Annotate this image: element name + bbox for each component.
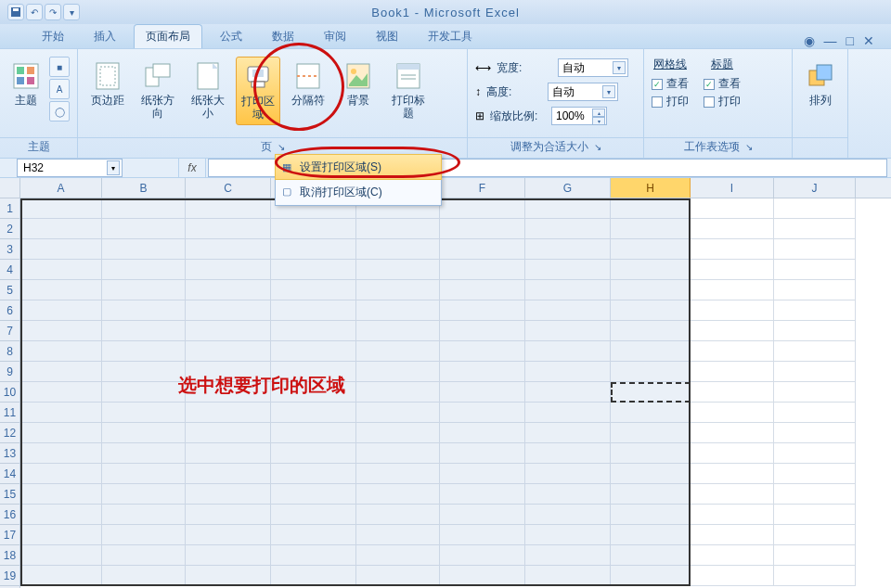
gridlines-view-checkbox[interactable]: ✓查看 bbox=[652, 76, 689, 92]
arrange-icon bbox=[805, 60, 836, 92]
column-header-B[interactable]: B bbox=[102, 178, 186, 198]
column-headers: ABCDEFGHIJ bbox=[20, 178, 891, 198]
tab-developer[interactable]: 开发工具 bbox=[416, 24, 484, 48]
row-header-8[interactable]: 8 bbox=[0, 341, 19, 362]
width-icon: ⟷ bbox=[475, 61, 491, 74]
arrange-button[interactable]: 排列 bbox=[800, 57, 840, 110]
clear-print-area-label: 取消打印区域(C) bbox=[300, 185, 382, 200]
group-page-setup: 页边距 纸张方向 纸张大小 打印区域 分隔符 背景 bbox=[78, 49, 468, 158]
print-area-dropdown: ▦ 设置打印区域(S) ▢ 取消打印区域(C) bbox=[275, 154, 442, 206]
background-button[interactable]: 背景 bbox=[336, 57, 381, 110]
row-header-19[interactable]: 19 bbox=[0, 566, 19, 586]
window-controls: ◉ — □ ✕ bbox=[804, 33, 891, 48]
row-header-17[interactable]: 17 bbox=[0, 525, 19, 545]
width-label: 宽度: bbox=[497, 60, 552, 76]
name-box[interactable]: H32 ▾ bbox=[17, 159, 123, 177]
height-combo[interactable]: 自动▾ bbox=[548, 83, 618, 101]
row-header-9[interactable]: 9 bbox=[0, 362, 19, 382]
restore-icon[interactable]: □ bbox=[846, 33, 854, 48]
scale-dialog-launcher[interactable]: ↘ bbox=[594, 142, 601, 152]
tab-insert[interactable]: 插入 bbox=[82, 24, 128, 48]
breaks-button[interactable]: 分隔符 bbox=[286, 57, 330, 110]
row-header-4[interactable]: 4 bbox=[0, 260, 19, 280]
tab-data[interactable]: 数据 bbox=[260, 24, 306, 48]
row-header-1[interactable]: 1 bbox=[0, 198, 19, 219]
window-title: Book1 - Microsoft Excel bbox=[371, 6, 520, 19]
row-header-6[interactable]: 6 bbox=[0, 300, 19, 321]
row-header-5[interactable]: 5 bbox=[0, 280, 19, 300]
group-arrange: 排列 bbox=[793, 49, 848, 158]
fx-button[interactable]: fx bbox=[178, 159, 206, 177]
row-header-2[interactable]: 2 bbox=[0, 219, 19, 239]
spin-down-icon[interactable]: ▾ bbox=[592, 117, 605, 125]
clear-print-area-icon: ▢ bbox=[279, 184, 294, 198]
orientation-button[interactable]: 纸张方向 bbox=[136, 57, 180, 123]
cells-area[interactable]: ABCDEFGHIJ 选中想要打印的区域 bbox=[20, 178, 891, 588]
tab-home[interactable]: 开始 bbox=[30, 24, 76, 48]
theme-fonts-button[interactable]: A bbox=[49, 79, 70, 99]
sheet-options-dialog-launcher[interactable]: ↘ bbox=[745, 142, 753, 152]
height-label: 高度: bbox=[486, 84, 542, 100]
margins-button[interactable]: 页边距 bbox=[85, 57, 130, 110]
gridlines-print-checkbox[interactable]: 打印 bbox=[652, 94, 689, 109]
qat-undo-button[interactable]: ↶ bbox=[26, 4, 43, 20]
headings-print-checkbox[interactable]: 打印 bbox=[704, 94, 741, 109]
tab-review[interactable]: 审阅 bbox=[312, 24, 358, 48]
size-button[interactable]: 纸张大小 bbox=[186, 57, 230, 123]
qat-customize-button[interactable]: ▾ bbox=[63, 4, 80, 20]
svg-rect-4 bbox=[27, 67, 34, 74]
row-header-7[interactable]: 7 bbox=[0, 321, 19, 341]
breaks-icon bbox=[292, 60, 324, 92]
gridlines-print-label: 打印 bbox=[666, 94, 689, 109]
row-header-11[interactable]: 11 bbox=[0, 403, 19, 423]
width-combo[interactable]: 自动▾ bbox=[558, 58, 628, 77]
size-label: 纸张大小 bbox=[187, 94, 228, 120]
qat-redo-button[interactable]: ↷ bbox=[45, 4, 61, 20]
spin-up-icon[interactable]: ▴ bbox=[592, 109, 605, 117]
row-header-3[interactable]: 3 bbox=[0, 239, 19, 260]
row-headers: 12345678910111213141516171819 bbox=[0, 178, 20, 588]
name-box-dropdown-icon[interactable]: ▾ bbox=[107, 160, 120, 175]
print-titles-icon bbox=[393, 60, 424, 92]
svg-rect-10 bbox=[153, 64, 170, 77]
print-area-icon bbox=[242, 61, 274, 93]
row-header-18[interactable]: 18 bbox=[0, 545, 19, 566]
column-header-J[interactable]: J bbox=[774, 178, 856, 198]
column-header-G[interactable]: G bbox=[525, 178, 611, 198]
row-header-15[interactable]: 15 bbox=[0, 484, 19, 505]
margins-label: 页边距 bbox=[91, 94, 124, 107]
title-bar: ↶ ↷ ▾ Book1 - Microsoft Excel bbox=[0, 0, 891, 24]
column-header-C[interactable]: C bbox=[186, 178, 271, 198]
headings-view-checkbox[interactable]: ✓查看 bbox=[704, 76, 741, 92]
minimize-ribbon-icon[interactable]: — bbox=[824, 33, 837, 48]
column-header-F[interactable]: F bbox=[440, 178, 525, 198]
themes-button[interactable]: 主题 bbox=[7, 57, 44, 110]
column-header-H[interactable]: H bbox=[611, 178, 691, 198]
tab-view[interactable]: 视图 bbox=[364, 24, 410, 48]
row-header-14[interactable]: 14 bbox=[0, 464, 19, 484]
column-header-A[interactable]: A bbox=[20, 178, 102, 198]
select-all-corner[interactable] bbox=[0, 178, 20, 198]
spreadsheet-grid: 12345678910111213141516171819 ABCDEFGHIJ… bbox=[0, 178, 891, 588]
row-header-12[interactable]: 12 bbox=[0, 423, 19, 443]
close-icon[interactable]: ✕ bbox=[863, 33, 874, 48]
page-setup-dialog-launcher[interactable]: ↘ bbox=[278, 142, 285, 152]
tab-formulas[interactable]: 公式 bbox=[208, 24, 254, 48]
print-area-button[interactable]: 打印区域 bbox=[236, 57, 280, 125]
clear-print-area-item[interactable]: ▢ 取消打印区域(C) bbox=[276, 179, 441, 205]
print-titles-button[interactable]: 打印标题 bbox=[386, 57, 431, 123]
scale-spinner[interactable]: 100%▴▾ bbox=[551, 107, 607, 125]
help-icon[interactable]: ◉ bbox=[804, 33, 815, 48]
row-header-13[interactable]: 13 bbox=[0, 443, 19, 464]
group-sheet-options: 网格线 ✓查看 打印 标题 ✓查看 打印 工作表选项↘ bbox=[644, 49, 793, 158]
theme-colors-button[interactable]: ■ bbox=[49, 57, 70, 77]
qat-save-button[interactable] bbox=[7, 4, 24, 20]
svg-rect-20 bbox=[397, 64, 420, 70]
column-header-I[interactable]: I bbox=[691, 178, 774, 198]
tab-page-layout[interactable]: 页面布局 bbox=[134, 24, 202, 48]
height-icon: ↕ bbox=[475, 85, 481, 98]
theme-effects-button[interactable]: ◯ bbox=[49, 101, 70, 121]
row-header-10[interactable]: 10 bbox=[0, 382, 19, 403]
set-print-area-item[interactable]: ▦ 设置打印区域(S) bbox=[275, 154, 442, 180]
row-header-16[interactable]: 16 bbox=[0, 505, 19, 525]
